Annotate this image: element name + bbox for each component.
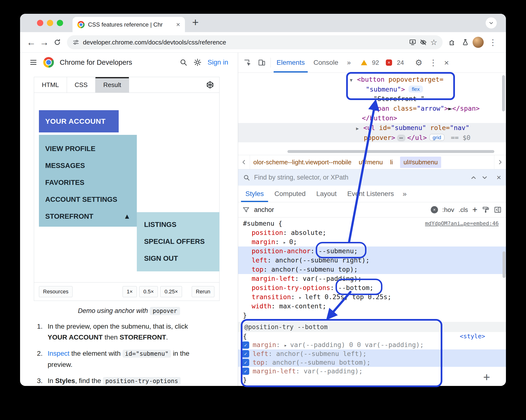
breadcrumb-item[interactable]: ul#menu xyxy=(359,159,383,166)
url-text[interactable]: developer.chrome.com/docs/devtools/css/r… xyxy=(83,39,406,46)
position-try-header[interactable]: @position-try --bottom xyxy=(238,322,506,332)
close-devtools-icon[interactable]: × xyxy=(442,58,451,67)
styles-scrollbar[interactable] xyxy=(503,251,506,278)
dom-node-button-close[interactable]: </button> xyxy=(238,113,506,123)
paint-roller-icon[interactable] xyxy=(482,206,489,214)
scale-025x-button[interactable]: 0.25× xyxy=(160,286,182,297)
hamburger-menu-icon[interactable] xyxy=(29,58,38,66)
rerun-button[interactable]: Rerun xyxy=(192,286,214,297)
scale-05x-button[interactable]: 0.5× xyxy=(139,286,158,297)
computed-sidebar-icon[interactable] xyxy=(494,206,502,214)
back-button[interactable]: ← xyxy=(25,37,37,48)
css-declaration[interactable]: ✓ margin: ▸ var(--padding) 0 0 var(--pad… xyxy=(238,341,506,350)
css-declaration[interactable]: margin-left: var(--padding); xyxy=(238,274,506,283)
tab-console[interactable]: Console xyxy=(311,53,341,72)
chevron-up-icon[interactable] xyxy=(470,174,477,181)
warning-count[interactable]: 92 xyxy=(372,59,379,66)
breadcrumb-scroll-right[interactable] xyxy=(494,155,506,169)
reload-button[interactable] xyxy=(51,37,63,48)
tab-search-button[interactable] xyxy=(486,17,497,29)
devtools-menu-icon[interactable]: ⋮ xyxy=(427,58,439,67)
scale-1x-button[interactable]: 1× xyxy=(122,286,137,297)
inspect-link[interactable]: Inspect xyxy=(48,350,69,357)
dom-node-button-attrs[interactable]: "submenu">flex xyxy=(238,84,506,94)
tab-result[interactable]: Result xyxy=(95,77,129,92)
breadcrumb-scroll-left[interactable] xyxy=(238,155,250,169)
dom-node-ul-submenu-end[interactable]: popover>⋯</ul>grid == $0 xyxy=(238,133,506,142)
menu-item-storefront[interactable]: STOREFRONT ▲ xyxy=(39,208,137,225)
menu-item[interactable]: FAVORITES xyxy=(39,174,137,191)
bookmark-star-icon[interactable]: ☆ xyxy=(430,39,437,46)
chevron-down-icon[interactable] xyxy=(481,174,488,181)
declaration-checkbox[interactable]: ✓ xyxy=(242,359,249,366)
declaration-checkbox[interactable]: ✓ xyxy=(242,341,249,349)
toggle-hover-state-button[interactable]: :hov xyxy=(442,206,454,214)
extensions-button[interactable] xyxy=(446,37,458,48)
eye-off-icon[interactable] xyxy=(420,39,427,46)
breadcrumb-item[interactable]: li xyxy=(390,159,393,166)
close-find-icon[interactable]: × xyxy=(496,173,501,182)
style-tag-link[interactable]: <style> xyxy=(460,332,485,341)
css-declaration[interactable]: transition: ▸ left 0.25s, top 0.25s; xyxy=(238,292,506,302)
tab-styles[interactable]: Styles xyxy=(241,186,268,202)
css-declaration[interactable]: ✓ top: anchor(--submenu bottom); xyxy=(238,358,506,367)
css-declaration[interactable]: left: anchor(--submenu right); xyxy=(238,256,506,265)
tab-elements[interactable]: Elements xyxy=(274,53,308,72)
tab-event-listeners[interactable]: Event Listeners xyxy=(343,186,398,202)
site-brand[interactable]: Chrome for Developers xyxy=(60,59,132,66)
tab-close-icon[interactable]: × xyxy=(176,21,180,28)
new-rule-plus-button[interactable]: + xyxy=(483,370,490,383)
css-declaration[interactable]: position: absolute; xyxy=(238,228,506,237)
close-window-button[interactable] xyxy=(37,20,43,26)
clear-filter-icon[interactable]: × xyxy=(431,206,438,213)
tab-css[interactable]: CSS xyxy=(67,77,95,92)
new-tab-button[interactable]: + xyxy=(192,16,199,29)
maximize-window-button[interactable] xyxy=(57,20,63,26)
find-bar[interactable]: Find by string, selector, or XPath × xyxy=(238,169,506,186)
submenu-item[interactable]: SIGN OUT xyxy=(137,250,220,267)
codepen-button[interactable] xyxy=(206,77,219,92)
dom-vertical-scrollbar[interactable] xyxy=(502,75,505,111)
settings-gear-icon[interactable]: ⚙ xyxy=(413,58,424,67)
search-icon[interactable] xyxy=(179,58,188,66)
css-declaration-position-try-options[interactable]: position-try-options: --bottom; xyxy=(238,283,506,292)
more-tabs-button[interactable]: » xyxy=(344,53,354,72)
breadcrumb-item[interactable]: olor-scheme--light.viewport--mobile xyxy=(253,159,352,166)
toggle-class-button[interactable]: .cls xyxy=(459,206,468,214)
new-style-rule-button[interactable]: + xyxy=(472,205,477,215)
tab-layout[interactable]: Layout xyxy=(312,186,341,202)
css-declaration[interactable]: width: max-content; xyxy=(238,302,506,311)
address-bar[interactable]: developer.chrome.com/docs/devtools/css/r… xyxy=(67,35,443,49)
dom-node-span[interactable]: <span class="arrow">►</span> xyxy=(238,104,506,113)
css-declaration[interactable]: top: anchor(--submenu top); xyxy=(238,265,506,274)
css-declaration[interactable]: ✓ left: anchor(--submenu left); xyxy=(238,350,506,358)
tab-html[interactable]: HTML xyxy=(34,77,67,92)
install-icon[interactable] xyxy=(409,39,416,46)
minimize-window-button[interactable] xyxy=(47,20,53,26)
labs-button[interactable] xyxy=(460,37,471,48)
tab-computed[interactable]: Computed xyxy=(270,186,310,202)
declaration-checkbox[interactable]: ✓ xyxy=(242,368,249,375)
inspect-element-button[interactable] xyxy=(242,57,253,68)
error-count[interactable]: 24 xyxy=(397,59,404,66)
your-account-button[interactable]: YOUR ACCOUNT xyxy=(39,110,119,132)
submenu-item[interactable]: SPECIAL OFFERS xyxy=(137,233,220,250)
profile-avatar[interactable] xyxy=(473,37,484,48)
breadcrumb-item-selected[interactable]: ul#submenu xyxy=(400,157,441,168)
more-panels-button[interactable]: » xyxy=(400,190,409,198)
find-input[interactable]: Find by string, selector, or XPath xyxy=(254,174,466,181)
device-toolbar-button[interactable] xyxy=(256,57,268,68)
menu-item[interactable]: ACCOUNT SETTINGS xyxy=(39,191,137,208)
dom-text-node[interactable]: "Storefront " xyxy=(238,94,506,104)
submenu-item[interactable]: LISTINGS xyxy=(137,216,220,233)
stylesheet-source-link[interactable]: mdYdpOM?ani…pe=embed:46 xyxy=(425,219,499,228)
dom-horizontal-scrollbar[interactable] xyxy=(287,150,494,153)
theme-toggle-icon[interactable] xyxy=(193,58,202,66)
browser-menu-button[interactable]: ⋮ xyxy=(485,37,501,48)
sign-in-link[interactable]: Sign in xyxy=(207,59,228,66)
css-declaration[interactable]: ✓ margin-left: var(--padding); xyxy=(238,367,506,376)
menu-item[interactable]: MESSAGES xyxy=(39,157,137,174)
filter-input[interactable]: anchor xyxy=(254,206,274,214)
browser-tab[interactable]: CSS features reference | Chr × xyxy=(72,17,185,32)
css-declaration[interactable]: margin: ▸ 0; xyxy=(238,237,506,247)
